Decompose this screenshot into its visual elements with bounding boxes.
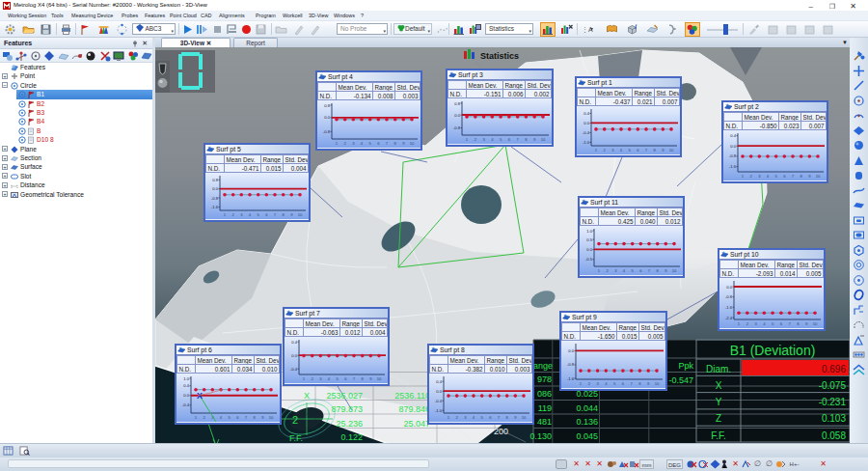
svg-text:-1.6: -1.6	[729, 164, 737, 169]
svg-text:2: 2	[292, 414, 298, 426]
svg-text:0.136: 0.136	[576, 417, 598, 427]
svg-text:2: 2	[750, 174, 753, 179]
svg-text:10: 10	[816, 174, 821, 179]
svg-text:8: 8	[800, 174, 803, 179]
svg-text:Y: Y	[716, 397, 722, 407]
svg-text:0.0: 0.0	[726, 285, 732, 290]
svg-text:3: 3	[754, 321, 757, 326]
svg-text:7: 7	[789, 321, 792, 326]
svg-text:0.0: 0.0	[183, 393, 189, 398]
svg-text:0.8: 0.8	[324, 103, 330, 108]
svg-text:7: 7	[498, 415, 501, 420]
svg-text:7: 7	[245, 415, 248, 420]
svg-text:7: 7	[517, 137, 520, 142]
svg-text:3: 3	[482, 137, 485, 142]
svg-text:-1.6: -1.6	[211, 205, 219, 209]
svg-text:5: 5	[775, 174, 778, 179]
svg-text:086: 086	[537, 389, 552, 399]
svg-text:4: 4	[220, 415, 223, 420]
svg-text:2: 2	[475, 137, 477, 142]
svg-text:-0.8: -0.8	[323, 129, 331, 134]
svg-text:0.0: 0.0	[730, 144, 736, 149]
svg-text:1: 1	[738, 321, 741, 326]
svg-text:9: 9	[514, 415, 517, 420]
svg-text:2: 2	[203, 415, 206, 420]
svg-text:6: 6	[783, 174, 786, 179]
svg-text:-0.8: -0.8	[211, 196, 219, 201]
svg-text:10: 10	[813, 321, 818, 326]
svg-text:0.130: 0.130	[529, 431, 552, 441]
svg-text:1: 1	[224, 212, 227, 217]
svg-text:-0.8: -0.8	[725, 294, 733, 299]
svg-text:0.103: 0.103	[822, 413, 846, 424]
svg-text:Z: Z	[716, 413, 721, 424]
svg-text:5: 5	[337, 376, 339, 381]
svg-text:F.F.: F.F.	[711, 430, 726, 441]
svg-text:5: 5	[629, 148, 632, 152]
svg-text:-0.8: -0.8	[729, 153, 737, 158]
svg-text:8: 8	[362, 376, 365, 381]
svg-text:-0.547: -0.547	[668, 375, 693, 385]
svg-text:1: 1	[195, 415, 198, 420]
svg-text:4: 4	[605, 381, 608, 386]
svg-text:10: 10	[410, 141, 415, 146]
svg-text:10: 10	[669, 148, 674, 152]
svg-text:6: 6	[639, 268, 642, 273]
svg-text:0.058: 0.058	[822, 430, 846, 441]
svg-text:9: 9	[261, 415, 264, 420]
svg-text:8: 8	[797, 321, 800, 326]
svg-text:9: 9	[647, 381, 650, 386]
svg-text:1: 1	[336, 141, 339, 146]
svg-text:7: 7	[648, 268, 651, 273]
svg-text:2: 2	[604, 148, 607, 152]
svg-text:-0.075: -0.075	[819, 380, 847, 391]
svg-text:8: 8	[394, 141, 397, 146]
svg-text:3: 3	[352, 141, 355, 146]
svg-text:879.846: 879.846	[398, 404, 430, 414]
svg-text:5: 5	[369, 141, 372, 146]
svg-text:9: 9	[290, 212, 293, 217]
svg-text:8: 8	[654, 148, 657, 152]
svg-text:9: 9	[369, 376, 372, 381]
svg-text:0.696: 0.696	[822, 364, 846, 374]
svg-text:1.0: 1.0	[586, 229, 592, 234]
svg-text:119: 119	[538, 403, 552, 413]
svg-text:-0.4: -0.4	[182, 402, 190, 407]
svg-text:1: 1	[598, 268, 601, 273]
svg-text:6: 6	[236, 415, 239, 420]
svg-text:6: 6	[489, 415, 492, 420]
svg-text:2: 2	[312, 376, 314, 381]
svg-text:1: 1	[595, 148, 598, 152]
svg-text:-1.0: -1.0	[583, 140, 590, 145]
svg-text:2: 2	[746, 321, 749, 326]
svg-text:10: 10	[672, 268, 677, 273]
svg-text:2536.027: 2536.027	[326, 391, 363, 401]
svg-text:0.4: 0.4	[436, 379, 442, 384]
svg-text:0.0: 0.0	[436, 389, 442, 394]
svg-text:2: 2	[456, 415, 459, 420]
svg-text:4: 4	[620, 148, 623, 152]
svg-text:978: 978	[537, 374, 552, 384]
svg-text:3: 3	[596, 381, 599, 386]
svg-text:0.122: 0.122	[340, 432, 363, 442]
svg-text:9: 9	[808, 174, 811, 179]
svg-text:2: 2	[588, 381, 591, 386]
svg-text:0.0: 0.0	[568, 348, 574, 353]
svg-text:0.0: 0.0	[324, 115, 330, 120]
svg-text:6: 6	[344, 376, 347, 381]
svg-text:5: 5	[632, 268, 635, 273]
svg-text:4: 4	[767, 174, 770, 179]
svg-text:1.0: 1.0	[183, 376, 189, 381]
svg-text:Diam.: Diam.	[706, 364, 731, 374]
svg-text:200: 200	[494, 427, 508, 436]
svg-text:-0.8: -0.8	[453, 125, 461, 130]
svg-text:9: 9	[805, 321, 808, 326]
svg-text:-1.6: -1.6	[725, 305, 733, 310]
svg-text:0.4: 0.4	[183, 383, 189, 388]
svg-text:481: 481	[537, 417, 552, 427]
svg-text:-0.8: -0.8	[567, 362, 575, 367]
svg-text:8: 8	[657, 268, 660, 273]
svg-text:5: 5	[229, 415, 231, 420]
svg-text:6: 6	[637, 148, 639, 152]
svg-text:B1 (Deviation): B1 (Deviation)	[730, 343, 816, 358]
